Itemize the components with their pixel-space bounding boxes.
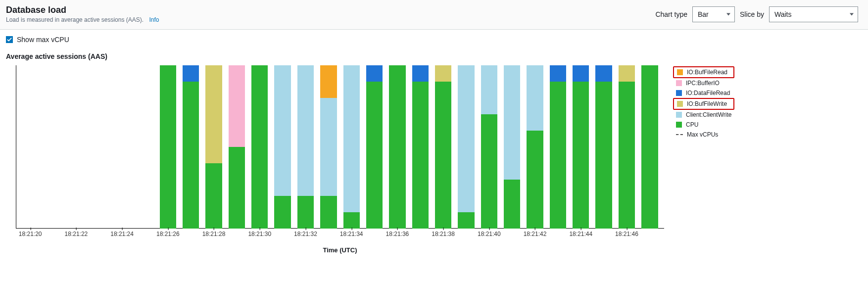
chart-type-label: Chart type: [655, 10, 687, 18]
legend-item[interactable]: IO:BufFileWrite: [673, 98, 734, 110]
bar-segment: [251, 65, 268, 229]
bar-segment: [366, 65, 383, 82]
bar-segment: [481, 65, 497, 114]
legend-dash-icon: [676, 134, 683, 135]
bar-slot: [110, 65, 133, 229]
bar-segment: [366, 82, 383, 229]
x-tick: 18:21:30: [248, 231, 271, 237]
stacked-bar: [343, 65, 360, 229]
stacked-bar: [412, 65, 429, 229]
bar-segment: [504, 180, 520, 229]
bar-segment: [550, 82, 566, 229]
bar-slot: [156, 65, 179, 229]
bar-segment: [619, 82, 635, 229]
bar-slot: [478, 65, 500, 229]
bar-slot: [615, 65, 638, 229]
stacked-bar: [183, 65, 199, 229]
legend-label: Max vCPUs: [687, 131, 718, 138]
x-tick: 18:21:38: [432, 231, 455, 237]
stacked-bar: [550, 65, 566, 229]
bar-segment: [343, 212, 360, 229]
legend-label: IPC:BufferIO: [686, 80, 720, 87]
bar-segment: [619, 65, 635, 82]
legend-swatch-icon: [676, 122, 682, 128]
legend-item[interactable]: IO:BufFileRead: [673, 66, 734, 78]
legend-item[interactable]: Max vCPUs: [673, 130, 734, 140]
legend-swatch-icon: [676, 90, 682, 96]
stacked-bar: [389, 65, 405, 229]
x-tick: 18:21:36: [386, 231, 409, 237]
x-tick: 18:21:24: [110, 231, 134, 237]
bar-segment: [297, 65, 314, 196]
bar-slot: [225, 65, 248, 229]
bar-slot: [317, 65, 340, 229]
bar-segment: [205, 163, 222, 229]
bar-segment: [595, 65, 612, 82]
bar-slot: [340, 65, 363, 229]
bar-segment: [320, 65, 337, 98]
bar-segment: [274, 196, 290, 229]
stacked-bar: [527, 65, 543, 229]
bar-segment: [205, 65, 222, 163]
bar-segment: [641, 65, 658, 229]
bar-slot: [592, 65, 615, 229]
stacked-bar: [229, 65, 245, 229]
legend-item[interactable]: IPC:BufferIO: [673, 78, 734, 88]
bar-segment: [458, 65, 474, 212]
bar-segment: [343, 65, 360, 212]
chart-type-select[interactable]: Bar: [692, 6, 735, 22]
x-tick: 18:21:32: [294, 231, 317, 237]
legend: IO:BufFileReadIPC:BufferIOIO:DataFileRea…: [673, 65, 734, 140]
bar-slot: [501, 65, 524, 229]
bar-segment: [297, 196, 314, 229]
bar-slot: [248, 65, 271, 229]
stacked-bar: [366, 65, 383, 229]
bar-slot: [180, 65, 202, 229]
bar-segment: [481, 114, 497, 229]
stacked-bar: [435, 65, 451, 229]
bar-slot: [19, 65, 42, 229]
bar-segment: [573, 65, 589, 82]
legend-swatch-icon: [677, 101, 683, 107]
legend-item[interactable]: Client:ClientWrite: [673, 110, 734, 120]
bar-segment: [412, 82, 429, 229]
legend-item[interactable]: IO:DataFileRead: [673, 88, 734, 98]
chart-plot: [16, 65, 664, 229]
bar-slot: [638, 65, 661, 229]
info-link[interactable]: Info: [149, 16, 159, 23]
legend-item[interactable]: CPU: [673, 120, 734, 130]
bar-segment: [412, 65, 429, 82]
bar-segment: [320, 98, 337, 196]
slice-by-label: Slice by: [740, 10, 764, 18]
legend-swatch-icon: [677, 69, 683, 75]
slice-by-select[interactable]: Waits: [769, 6, 858, 22]
legend-label: CPU: [686, 121, 698, 128]
stacked-bar: [641, 65, 658, 229]
stacked-bar: [160, 65, 176, 229]
x-tick: 18:21:26: [156, 231, 180, 237]
stacked-bar: [619, 65, 635, 229]
x-tick: 18:21:34: [340, 231, 363, 237]
x-tick: 18:21:42: [524, 231, 547, 237]
bar-slot: [294, 65, 317, 229]
x-tick: 18:21:20: [19, 231, 42, 237]
bar-slot: [386, 65, 409, 229]
show-max-vcpu-checkbox[interactable]: [6, 36, 13, 43]
legend-swatch-icon: [676, 80, 682, 86]
bar-slot: [202, 65, 225, 229]
bar-segment: [435, 65, 451, 82]
bar-slot: [546, 65, 569, 229]
x-tick: 18:21:46: [615, 231, 638, 237]
bar-segment: [320, 196, 337, 229]
show-max-vcpu-label: Show max vCPU: [17, 36, 69, 44]
chart-title: Average active sessions (AAS): [6, 52, 858, 60]
stacked-bar: [274, 65, 290, 229]
legend-label: IO:DataFileRead: [686, 90, 730, 96]
bar-segment: [573, 82, 589, 229]
bar-slot: [65, 65, 88, 229]
bar-slot: [409, 65, 432, 229]
bar-segment: [435, 82, 451, 229]
subtitle-text: Load is measured in average active sessi…: [6, 16, 144, 23]
bar-segment: [504, 65, 520, 180]
bar-slot: [88, 65, 110, 229]
